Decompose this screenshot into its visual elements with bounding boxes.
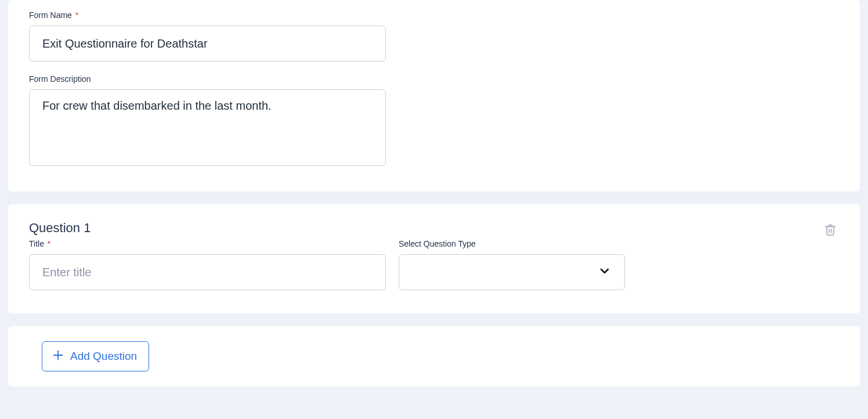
delete-question-button[interactable] bbox=[822, 221, 839, 239]
form-description-label: Form Description bbox=[29, 74, 839, 84]
question-title-input[interactable] bbox=[29, 254, 386, 290]
question-type-label: Select Question Type bbox=[399, 239, 625, 248]
add-question-label: Add Question bbox=[70, 350, 137, 363]
question-type-col: Select Question Type bbox=[399, 239, 625, 290]
question-title-label: Title * bbox=[29, 239, 386, 248]
question-type-select[interactable] bbox=[399, 254, 625, 290]
question-card: Question 1 Title * Select Questio bbox=[8, 204, 860, 313]
question-title: Question 1 bbox=[29, 221, 91, 236]
question-header-left: Question 1 bbox=[29, 221, 91, 239]
form-meta-card: Form Name * Form Description bbox=[8, 0, 860, 192]
chevron-down-icon bbox=[598, 264, 612, 280]
plus-icon bbox=[52, 349, 64, 364]
add-question-card: Add Question bbox=[8, 326, 860, 387]
question-title-label-text: Title bbox=[29, 239, 44, 248]
form-name-label-text: Form Name bbox=[29, 10, 72, 20]
add-question-button[interactable]: Add Question bbox=[42, 341, 149, 371]
form-description-group: Form Description bbox=[29, 74, 839, 168]
required-marker: * bbox=[48, 239, 50, 248]
question-fields-row: Title * Select Question Type bbox=[29, 239, 839, 290]
form-name-label: Form Name * bbox=[29, 10, 839, 20]
question-title-col: Title * bbox=[29, 239, 386, 290]
question-header-row: Question 1 bbox=[29, 221, 839, 239]
question-type-select-wrap bbox=[399, 254, 625, 290]
form-name-group: Form Name * bbox=[29, 10, 839, 62]
form-name-input[interactable] bbox=[29, 26, 386, 62]
form-description-textarea[interactable] bbox=[29, 89, 386, 166]
required-marker: * bbox=[75, 10, 78, 20]
trash-icon bbox=[824, 223, 837, 237]
